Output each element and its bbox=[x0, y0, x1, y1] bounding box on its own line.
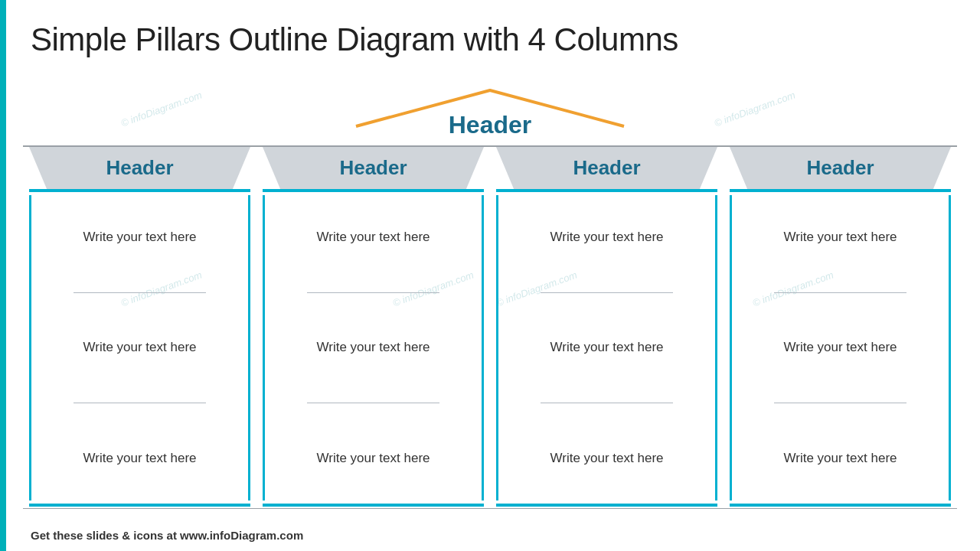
col-1-divider-1 bbox=[74, 292, 206, 293]
col-4-header: Header bbox=[730, 147, 951, 189]
columns-container: Header Write your text here Write your t… bbox=[23, 147, 957, 507]
col-1-item-3: Write your text here bbox=[45, 445, 234, 472]
column-1: Header Write your text here Write your t… bbox=[23, 147, 256, 507]
col-2-content: Write your text here Write your text her… bbox=[263, 195, 484, 500]
watermark-1: © infoDiagram.com bbox=[119, 89, 204, 129]
col-3-divider-2 bbox=[541, 403, 673, 403]
column-4: Header Write your text here Write your t… bbox=[724, 147, 957, 507]
col-2-item-2: Write your text here bbox=[279, 334, 468, 361]
left-accent-bar bbox=[0, 0, 6, 551]
column-2: Header Write your text here Write your t… bbox=[256, 147, 490, 507]
col-3-item-3: Write your text here bbox=[512, 445, 701, 472]
col-1-item-1: Write your text here bbox=[45, 223, 234, 251]
col-4-content: Write your text here Write your text her… bbox=[730, 195, 951, 500]
col-3-header: Header bbox=[496, 147, 717, 189]
col-4-item-1: Write your text here bbox=[746, 223, 935, 251]
footer-prefix: Get these slides & icons at www. bbox=[31, 529, 210, 542]
col-2-line-top bbox=[263, 189, 484, 192]
col-4-item-2: Write your text here bbox=[746, 334, 935, 361]
col-2-item-1: Write your text here bbox=[279, 223, 468, 251]
col-2-item-3: Write your text here bbox=[279, 445, 468, 472]
col-4-divider-1 bbox=[774, 292, 906, 293]
col-2-divider-1 bbox=[307, 292, 439, 293]
footer-brand: infoDiagram bbox=[210, 529, 277, 542]
col-1-divider-2 bbox=[74, 403, 206, 403]
col-3-divider-1 bbox=[541, 292, 673, 293]
col-3-line-bottom bbox=[496, 504, 717, 507]
footer-suffix: .com bbox=[276, 529, 303, 542]
col-4-line-bottom bbox=[730, 504, 951, 507]
col-2-header: Header bbox=[263, 147, 484, 189]
col-2-line-bottom bbox=[263, 504, 484, 507]
col-3-line-top bbox=[496, 189, 717, 192]
col-2-divider-2 bbox=[307, 403, 439, 403]
column-3: Header Write your text here Write your t… bbox=[490, 147, 724, 507]
col-4-divider-2 bbox=[774, 403, 906, 403]
footer: Get these slides & icons at www.infoDiag… bbox=[31, 529, 303, 542]
col-4-line-top bbox=[730, 189, 951, 192]
page-title: Simple Pillars Outline Diagram with 4 Co… bbox=[31, 21, 678, 58]
col-3-item-2: Write your text here bbox=[512, 334, 701, 361]
col-1-line-bottom bbox=[29, 504, 250, 507]
watermark-2: © infoDiagram.com bbox=[713, 89, 797, 129]
bottom-horizontal-rule bbox=[23, 508, 957, 510]
col-3-item-1: Write your text here bbox=[512, 223, 701, 251]
col-1-content: Write your text here Write your text her… bbox=[29, 195, 250, 500]
col-1-item-2: Write your text here bbox=[45, 334, 234, 361]
col-3-content: Write your text here Write your text her… bbox=[496, 195, 717, 500]
main-header-label: Header bbox=[449, 111, 532, 139]
col-4-item-3: Write your text here bbox=[746, 445, 935, 472]
col-1-line-top bbox=[29, 189, 250, 192]
col-1-header: Header bbox=[29, 147, 250, 189]
